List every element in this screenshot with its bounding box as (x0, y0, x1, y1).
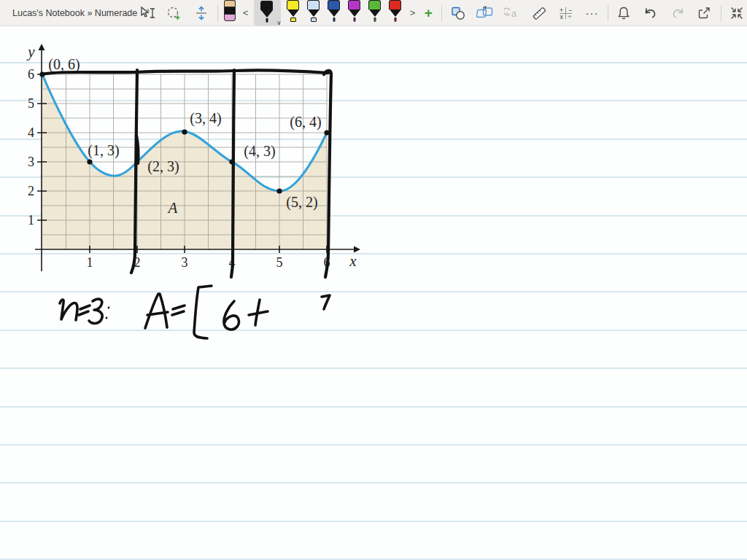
ink-to-math-icon[interactable]: + − x ÷ (556, 1, 576, 26)
ink-tools-group: a + − x ÷ ··· (448, 0, 602, 26)
more-tools-icon[interactable]: ··· (583, 7, 602, 19)
pen-nib (394, 18, 396, 22)
actions-group (614, 0, 715, 26)
ink-to-text-icon[interactable]: a (502, 1, 522, 26)
lasso-select-icon[interactable] (164, 1, 185, 26)
pen-nib (353, 18, 355, 22)
svg-text:x: x (560, 13, 563, 20)
pen-nib (311, 18, 317, 22)
pens-scroll-left-icon[interactable]: < (240, 7, 250, 18)
pen-tip (369, 9, 381, 17)
insert-shapes-icon[interactable] (448, 1, 468, 26)
pen-tip (261, 10, 273, 18)
pencil-tool[interactable] (223, 0, 236, 22)
point-label-0-6: (0, 6) (48, 56, 80, 73)
add-pen-button[interactable]: + (421, 5, 436, 21)
svg-text:a: a (511, 8, 517, 19)
pen-nib (290, 18, 296, 22)
y-tick-3: 3 (28, 155, 34, 169)
black-pen-icon (258, 1, 275, 23)
pen-tip (328, 9, 340, 17)
share-icon[interactable] (694, 1, 715, 26)
point-label-1-3: (1, 3) (88, 142, 119, 159)
pen-nib (266, 18, 268, 23)
figure-and-ink-layer: (0, 6) (1, 3) (2, 3) (3, 4) (4, 3) (5, 2… (0, 26, 747, 560)
region-label-A: A (167, 199, 178, 217)
svg-text:A: A (146, 7, 150, 13)
pen-body (328, 0, 340, 9)
red-pen[interactable] (387, 0, 403, 23)
magenta-pencil[interactable] (346, 0, 363, 23)
pen-tip (349, 9, 360, 17)
pen-tip (390, 9, 401, 17)
black-pen-selected[interactable]: ∨ (254, 0, 281, 26)
svg-text:+: + (560, 6, 563, 13)
light-blue-highlighter[interactable] (305, 0, 322, 23)
pencil-body (224, 7, 236, 15)
x-tick-3: 3 (182, 255, 188, 270)
pen-nib (374, 18, 376, 22)
y-tick-5: 5 (28, 96, 34, 111)
pens-scroll-right-icon[interactable]: > (407, 7, 417, 18)
pen-tip (287, 9, 299, 17)
pen-body (260, 1, 273, 10)
text-select-tool-icon[interactable]: A (137, 1, 158, 26)
yellow-highlighter[interactable] (285, 0, 301, 23)
point-label-4-3: (4, 3) (244, 143, 275, 160)
y-axis-label: y (26, 43, 35, 61)
undo-icon[interactable] (640, 1, 661, 26)
pens-group: < ∨ (223, 0, 436, 26)
ink-to-shape-icon[interactable] (475, 1, 495, 26)
collapse-fullscreen-icon[interactable] (727, 1, 747, 26)
y-axis-arrow (39, 44, 45, 50)
selection-tools-group: A (137, 0, 212, 26)
y-tick-1: 1 (28, 213, 34, 228)
insert-space-icon[interactable] (191, 1, 212, 26)
app-toolbar: Lucas's Notebook » Numerade A (0, 0, 747, 26)
redo-icon[interactable] (667, 1, 688, 26)
x-tick-5: 5 (276, 255, 283, 270)
pen-tip (308, 9, 320, 17)
y-tick-4: 4 (28, 125, 34, 140)
x-axis-label: x (349, 252, 357, 270)
notifications-bell-icon[interactable] (614, 1, 634, 26)
point-label-3-4: (3, 4) (190, 110, 221, 127)
pencil-wood (224, 0, 236, 7)
notebook-breadcrumb[interactable]: Lucas's Notebook » Numerade (0, 0, 137, 26)
green-pencil[interactable] (366, 0, 383, 23)
pen-nib (333, 18, 335, 22)
point-label-2-3: (2, 3) (147, 158, 179, 175)
view-group (727, 0, 747, 26)
handwritten-note (60, 286, 330, 338)
svg-text:−: − (568, 6, 572, 13)
pencil-eraser (224, 15, 236, 21)
note-page-canvas[interactable]: n=3: A = [ 6 + (0, 26, 747, 560)
y-tick-6: 6 (28, 67, 34, 82)
pen-body (348, 0, 360, 9)
point-label-6-4: (6, 4) (290, 114, 321, 131)
dark-blue-pen[interactable] (325, 0, 342, 23)
pen-body (287, 0, 299, 9)
pen-body (368, 0, 381, 9)
ruler-icon[interactable] (529, 1, 549, 26)
y-tick-2: 2 (28, 184, 34, 198)
pen-body (389, 0, 401, 9)
svg-text:÷: ÷ (568, 13, 571, 20)
pen-body (307, 0, 320, 9)
point-label-5-2: (5, 2) (286, 194, 317, 211)
x-tick-1: 1 (87, 255, 93, 270)
pen-options-chevron-icon[interactable]: ∨ (277, 20, 282, 26)
